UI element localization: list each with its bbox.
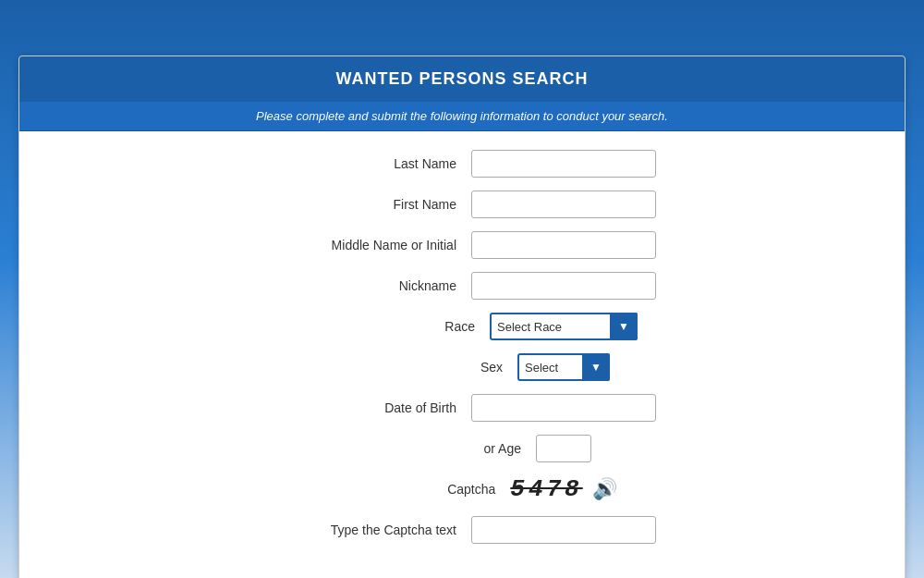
captcha-text-label: Type the Captcha text bbox=[268, 523, 471, 537]
race-row: Race Select Race Asian Black Hispanic Wh… bbox=[56, 313, 868, 340]
dob-input[interactable] bbox=[471, 394, 656, 422]
middle-name-label: Middle Name or Initial bbox=[268, 238, 471, 252]
nickname-row: Nickname bbox=[56, 272, 868, 300]
age-row: or Age bbox=[56, 435, 868, 462]
last-name-input[interactable] bbox=[471, 150, 656, 178]
age-input[interactable] bbox=[536, 435, 591, 462]
captcha-input-row: Type the Captcha text bbox=[56, 516, 868, 544]
nickname-input[interactable] bbox=[471, 272, 656, 300]
captcha-label: Captcha bbox=[307, 482, 510, 497]
first-name-label: First Name bbox=[268, 197, 471, 212]
search-form-container: WANTED PERSONS SEARCH Please complete an… bbox=[18, 55, 906, 578]
dob-label: Date of Birth bbox=[268, 400, 471, 415]
form-body: Last Name First Name Middle Name or Init… bbox=[19, 131, 905, 578]
sex-label: Sex bbox=[314, 360, 517, 375]
middle-name-input[interactable] bbox=[471, 231, 656, 259]
race-select-wrapper: Select Race Asian Black Hispanic White O… bbox=[490, 313, 638, 340]
race-select[interactable]: Select Race Asian Black Hispanic White O… bbox=[490, 313, 638, 340]
title-text: WANTED PERSONS SEARCH bbox=[335, 69, 588, 88]
captcha-image: 5478 bbox=[510, 475, 582, 503]
first-name-row: First Name bbox=[56, 191, 868, 218]
sex-select-wrapper: Select Male Female ▼ bbox=[517, 353, 610, 381]
dob-row: Date of Birth bbox=[56, 394, 868, 422]
last-name-row: Last Name bbox=[56, 150, 868, 178]
middle-name-row: Middle Name or Initial bbox=[56, 231, 868, 259]
captcha-display: 5478 🔊 bbox=[510, 475, 616, 503]
last-name-label: Last Name bbox=[268, 156, 471, 171]
captcha-audio-icon[interactable]: 🔊 bbox=[592, 477, 617, 501]
sex-row: Sex Select Male Female ▼ bbox=[56, 353, 868, 381]
first-name-input[interactable] bbox=[471, 191, 656, 218]
age-label: or Age bbox=[333, 441, 536, 456]
captcha-row: Captcha 5478 🔊 bbox=[56, 475, 868, 503]
form-subtitle: Please complete and submit the following… bbox=[19, 102, 905, 131]
sex-select[interactable]: Select Male Female bbox=[517, 353, 610, 381]
subtitle-text: Please complete and submit the following… bbox=[256, 109, 668, 123]
form-title: WANTED PERSONS SEARCH bbox=[19, 56, 905, 102]
race-label: Race bbox=[286, 319, 490, 334]
captcha-text-input[interactable] bbox=[471, 516, 656, 544]
nickname-label: Nickname bbox=[268, 278, 471, 293]
